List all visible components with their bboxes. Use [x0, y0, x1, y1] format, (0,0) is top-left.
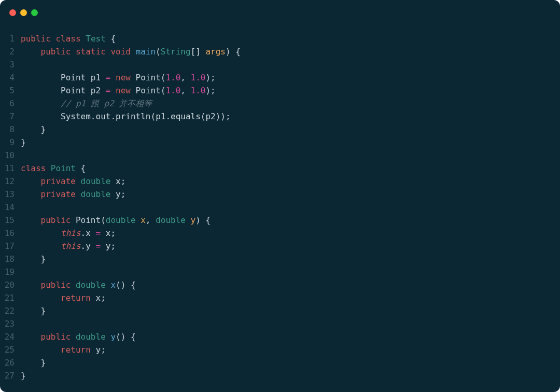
token-punct: } — [21, 371, 26, 381]
code-content[interactable]: } — [21, 304, 46, 317]
code-line[interactable]: 15 public Point(double x, double y) { — [0, 214, 560, 227]
token-punct: } — [21, 254, 46, 264]
token-field: x — [86, 228, 95, 238]
code-line[interactable]: 18 } — [0, 253, 560, 265]
code-content[interactable]: Point p2 = new Point(1.0, 1.0); — [21, 84, 216, 97]
token-punct: . — [81, 241, 86, 251]
code-line[interactable]: 1public class Test { — [0, 32, 560, 45]
token-punct: } — [21, 358, 46, 368]
code-content[interactable]: public double x() { — [21, 278, 136, 291]
code-line[interactable]: 24 public double y() { — [0, 330, 560, 343]
code-line[interactable]: 14 — [0, 201, 560, 214]
code-line[interactable]: 8 } — [0, 123, 560, 136]
code-content[interactable]: } — [21, 356, 46, 369]
token-type2: Point — [61, 86, 91, 95]
token-op: = — [106, 73, 111, 82]
code-line[interactable]: 5 Point p2 = new Point(1.0, 1.0); — [0, 84, 560, 97]
line-number: 11 — [0, 162, 21, 175]
code-content[interactable]: public Point(double x, double y) { — [21, 214, 211, 227]
code-line[interactable]: 19 — [0, 265, 560, 278]
token-punct: } — [21, 124, 46, 134]
code-line[interactable]: 6 // p1 跟 p2 并不相等 — [0, 97, 560, 110]
token-ident — [21, 73, 61, 82]
code-content[interactable]: } — [21, 253, 46, 265]
code-line[interactable]: 25 return y; — [0, 343, 560, 356]
code-line[interactable]: 16 this.x = x; — [0, 227, 560, 240]
token-kw-mod: class — [21, 163, 46, 173]
code-editor[interactable]: 1public class Test {2 public static void… — [0, 21, 560, 382]
minimize-icon[interactable] — [20, 9, 27, 16]
token-ident — [21, 280, 41, 290]
code-line[interactable]: 27} — [0, 369, 560, 382]
token-op: = — [106, 86, 111, 95]
token-kw-new: new — [116, 73, 131, 82]
token-ident: x — [106, 228, 111, 238]
code-line[interactable]: 10 — [0, 149, 560, 162]
line-number: 16 — [0, 227, 21, 240]
code-content[interactable]: return x; — [21, 291, 106, 304]
code-line[interactable]: 4 Point p1 = new Point(1.0, 1.0); — [0, 71, 560, 84]
code-content[interactable]: this.y = y; — [21, 240, 116, 253]
token-method: x — [110, 280, 116, 290]
code-line[interactable]: 23 — [0, 317, 560, 330]
line-number: 15 — [0, 214, 21, 227]
token-punct: { — [106, 34, 116, 44]
token-paramname: y — [191, 215, 196, 225]
code-line[interactable]: 20 public double x() { — [0, 278, 560, 291]
code-line[interactable]: 22 } — [0, 304, 560, 317]
code-line[interactable]: 21 return x; — [0, 291, 560, 304]
token-type: double — [81, 176, 111, 186]
token-type2: Point — [136, 86, 161, 95]
code-content[interactable]: } — [21, 369, 26, 382]
code-line[interactable]: 12 private double x; — [0, 175, 560, 188]
code-content[interactable]: Point p1 = new Point(1.0, 1.0); — [21, 71, 216, 84]
line-number: 14 — [0, 201, 21, 214]
code-line[interactable]: 11class Point { — [0, 162, 560, 175]
token-punct: ( — [156, 47, 161, 57]
token-ident — [131, 47, 136, 57]
token-punct: { — [76, 163, 86, 173]
code-content[interactable]: System.out.println(p1.equals(p2)); — [21, 110, 231, 123]
token-ident — [110, 176, 116, 186]
token-punct: . — [81, 228, 86, 238]
line-number: 26 — [0, 356, 21, 369]
token-type: Test — [86, 34, 106, 44]
line-number: 8 — [0, 123, 21, 136]
token-ident: x — [96, 293, 101, 303]
token-kw-mod: private — [41, 176, 76, 186]
token-type: double — [106, 215, 136, 225]
code-content[interactable]: return y; — [21, 343, 106, 356]
line-number: 1 — [0, 32, 21, 45]
code-line[interactable]: 2 public static void main(String[] args)… — [0, 45, 560, 58]
code-content[interactable]: private double x; — [21, 175, 125, 188]
token-type: double — [156, 215, 186, 225]
code-line[interactable]: 17 this.y = y; — [0, 240, 560, 253]
code-line[interactable]: 3 — [0, 58, 560, 71]
code-content[interactable]: public double y() { — [21, 330, 136, 343]
code-line[interactable]: 7 System.out.println(p1.equals(p2)); — [0, 110, 560, 123]
token-punct: , — [180, 86, 190, 95]
code-content[interactable]: class Point { — [21, 162, 86, 175]
token-ident — [21, 345, 61, 355]
code-line[interactable]: 9} — [0, 136, 560, 149]
token-punct: ; — [110, 228, 116, 238]
token-ident — [21, 189, 41, 199]
code-content[interactable]: public class Test { — [21, 32, 116, 45]
token-ident — [101, 228, 106, 238]
token-ident — [21, 215, 41, 225]
token-ident — [21, 293, 61, 303]
zoom-icon[interactable] — [31, 9, 38, 16]
code-content[interactable]: this.x = x; — [21, 227, 116, 240]
code-line[interactable]: 26 } — [0, 356, 560, 369]
code-content[interactable]: } — [21, 123, 46, 136]
token-punct: ; — [101, 345, 106, 355]
token-ident — [71, 47, 76, 57]
code-content[interactable]: private double y; — [21, 188, 125, 201]
code-content[interactable]: // p1 跟 p2 并不相等 — [21, 97, 152, 110]
code-content[interactable]: public static void main(String[] args) { — [21, 45, 241, 58]
close-icon[interactable] — [9, 9, 16, 16]
code-line[interactable]: 13 private double y; — [0, 188, 560, 201]
code-content[interactable]: } — [21, 136, 26, 149]
token-type2: Point — [136, 73, 161, 82]
line-number: 20 — [0, 278, 21, 291]
